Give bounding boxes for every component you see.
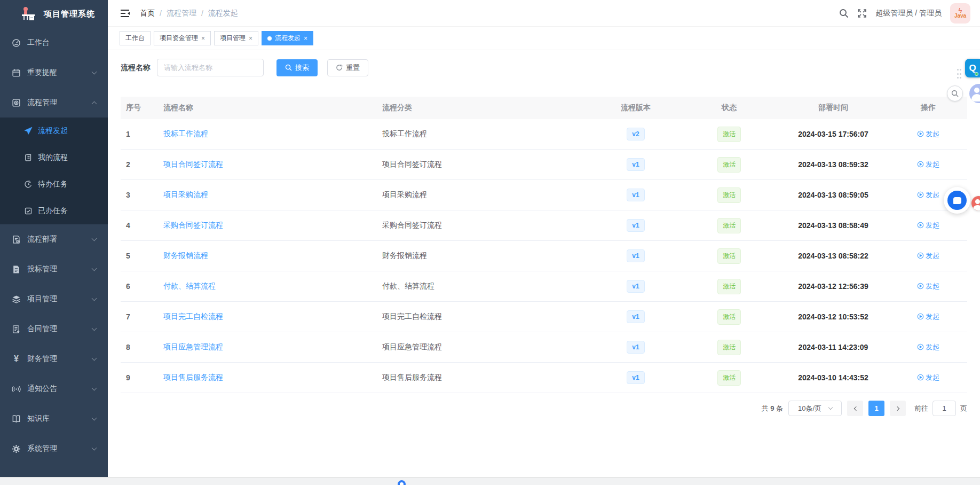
row-status-cell: 激活 [681, 309, 777, 325]
reset-button[interactable]: 重置 [327, 59, 368, 76]
tab-bar: 工作台 项目资金管理 × 项目管理 × 流程发起 × [108, 27, 980, 50]
version-badge: v1 [627, 189, 645, 201]
process-name-link[interactable]: 付款、结算流程 [163, 281, 216, 290]
widget-drag-handle-icon[interactable] [957, 69, 962, 80]
prev-page-button[interactable] [847, 401, 863, 416]
status-badge: 激活 [717, 157, 741, 173]
row-deploy-time: 2024-03-13 08:59:05 [777, 191, 889, 199]
next-page-button[interactable] [890, 401, 906, 416]
sidebar-item-knowledge-base[interactable]: 知识库 [0, 404, 108, 434]
scroll-icon [23, 153, 33, 162]
tab-project-funds[interactable]: 项目资金管理 × [154, 31, 211, 45]
breadcrumb-process-management[interactable]: 流程管理 [167, 9, 196, 18]
sidebar-item-label: 项目管理 [27, 294, 57, 304]
table-row: 8 项目应急管理流程 项目应急管理流程 v1 激活 2024-03-11 14:… [121, 332, 967, 363]
start-process-link[interactable]: 发起 [917, 160, 939, 169]
tab-start-process[interactable]: 流程发起 × [262, 31, 313, 45]
sidebar-fold-icon[interactable] [120, 8, 130, 19]
process-name-label: 流程名称 [121, 63, 151, 73]
tab-workbench[interactable]: 工作台 [120, 31, 151, 45]
row-index: 3 [121, 191, 158, 199]
qq-browser-widget[interactable]: Q [965, 59, 980, 77]
sidebar-item-my-processes[interactable]: 我的流程 [0, 144, 108, 171]
play-circle-icon [917, 283, 924, 290]
search-icon[interactable] [839, 9, 849, 18]
table-header: 序号 流程名称 流程分类 流程版本 状态 部署时间 操作 [121, 97, 967, 119]
start-process-link[interactable]: 发起 [917, 281, 939, 291]
tab-project-management[interactable]: 项目管理 × [214, 31, 258, 45]
breadcrumb-separator: / [160, 9, 162, 18]
sidebar-item-pending-tasks[interactable]: 待办任务 [0, 171, 108, 198]
sidebar-item-process-management[interactable]: 流程管理 [0, 88, 108, 118]
row-deploy-time: 2024-03-12 12:56:39 [777, 282, 889, 291]
sidebar-item-finance-management[interactable]: ¥ 财务管理 [0, 344, 108, 374]
floating-search-button[interactable] [947, 85, 963, 101]
page-size-select[interactable]: 10条/页 [788, 401, 842, 416]
row-category: 项目售后服务流程 [377, 373, 590, 382]
goto-page-input[interactable] [932, 401, 956, 416]
row-name-cell: 付款、结算流程 [158, 281, 377, 291]
gear-icon [12, 444, 21, 453]
process-name-link[interactable]: 项目应急管理流程 [163, 342, 223, 351]
total-count: 9 [770, 404, 774, 412]
breadcrumb-home[interactable]: 首页 [140, 9, 155, 18]
process-name-link[interactable]: 项目合同签订流程 [163, 160, 223, 168]
sidebar-item-announcements[interactable]: 通知公告 [0, 374, 108, 404]
process-name-link[interactable]: 采购合同签订流程 [163, 221, 223, 229]
start-process-link[interactable]: 发起 [917, 190, 939, 200]
sidebar-item-workbench[interactable]: 工作台 [0, 28, 108, 58]
chevron-down-icon [92, 69, 97, 74]
table-row: 3 项目采购流程 项目采购流程 v1 激活 2024-03-13 08:59:0… [121, 180, 967, 210]
process-name-link[interactable]: 项目完工自检流程 [163, 312, 223, 320]
start-process-link[interactable]: 发起 [917, 251, 939, 261]
sidebar-item-label: 流程部署 [27, 234, 57, 244]
row-deploy-time: 2024-03-13 08:58:49 [777, 221, 889, 230]
page-number-1[interactable]: 1 [868, 401, 884, 416]
reset-button-label: 重置 [346, 63, 360, 73]
breadcrumb-separator: / [201, 9, 203, 18]
sidebar-item-bid-management[interactable]: 投标管理 [0, 254, 108, 284]
avatar[interactable]: ϟ Java [950, 3, 970, 24]
version-badge: v1 [627, 158, 645, 171]
process-name-link[interactable]: 项目采购流程 [163, 190, 208, 199]
sidebar-item-project-management[interactable]: 项目管理 [0, 284, 108, 314]
sidebar-item-process-deploy[interactable]: 流程部署 [0, 224, 108, 254]
chat-fab[interactable] [944, 187, 970, 214]
process-table: 序号 流程名称 流程分类 流程版本 状态 部署时间 操作 1 投标工作流程 投标… [121, 97, 967, 393]
start-process-link[interactable]: 发起 [917, 342, 939, 352]
fullscreen-icon[interactable] [857, 9, 867, 18]
close-icon[interactable]: × [201, 35, 205, 42]
chat-bubble-icon [947, 191, 967, 210]
process-name-link[interactable]: 项目售后服务流程 [163, 373, 223, 381]
start-process-link[interactable]: 发起 [917, 312, 939, 322]
row-category: 付款、结算流程 [377, 281, 590, 291]
close-icon[interactable]: × [249, 35, 252, 42]
column-header-name: 流程名称 [158, 103, 377, 113]
status-badge: 激活 [717, 309, 741, 325]
sidebar-item-start-process[interactable]: 流程发起 [0, 118, 108, 144]
sidebar-item-completed-tasks[interactable]: 已办任务 [0, 198, 108, 224]
layers-icon [12, 295, 21, 304]
sidebar-item-system-management[interactable]: 系统管理 [0, 434, 108, 464]
user-role-label[interactable]: 超级管理员 / 管理员 [875, 9, 942, 18]
process-name-link[interactable]: 财务报销流程 [163, 251, 208, 260]
tab-label: 项目资金管理 [160, 34, 198, 43]
row-status-cell: 激活 [681, 370, 777, 386]
status-badge: 激活 [717, 127, 741, 142]
sidebar-item-contract-management[interactable]: 合同管理 [0, 314, 108, 344]
process-name-link[interactable]: 投标工作流程 [163, 129, 208, 138]
status-badge: 激活 [717, 340, 741, 355]
start-process-link[interactable]: 发起 [917, 373, 939, 382]
close-icon[interactable]: × [304, 35, 307, 42]
sidebar-submenu-process: 流程发起 我的流程 待办任务 已办任务 [0, 118, 108, 224]
row-index: 8 [121, 343, 158, 351]
sidebar-item-reminders[interactable]: 重要提醒 [0, 58, 108, 88]
chevron-down-icon [92, 355, 97, 361]
row-name-cell: 采购合同签订流程 [158, 221, 377, 230]
row-action-cell: 发起 [889, 312, 967, 322]
start-process-link[interactable]: 发起 [917, 221, 939, 230]
process-name-input[interactable] [157, 59, 264, 76]
sidebar-item-label: 流程管理 [27, 98, 57, 107]
search-button[interactable]: 搜索 [276, 59, 318, 76]
start-process-link[interactable]: 发起 [917, 129, 939, 139]
